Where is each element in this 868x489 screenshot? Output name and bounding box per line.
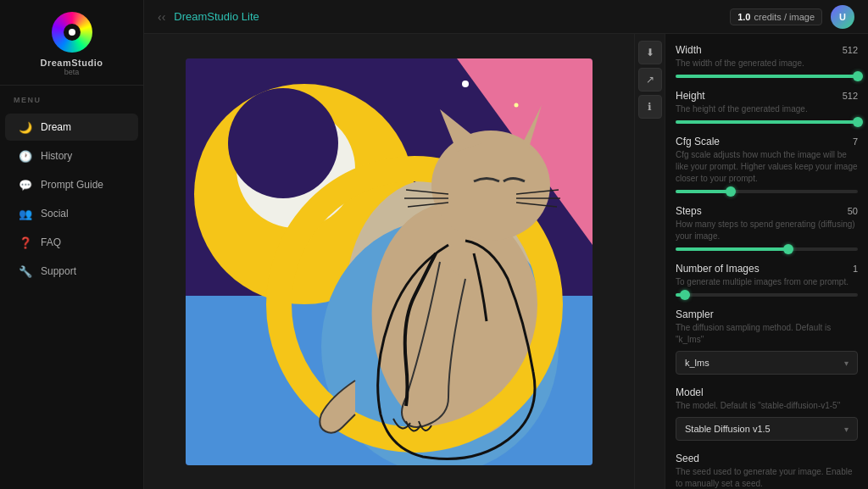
model-header: Model bbox=[676, 386, 858, 398]
steps-setting: Steps 50 How many steps to spend generat… bbox=[676, 205, 858, 251]
sampler-desc: The diffusion sampling method. Default i… bbox=[676, 322, 858, 346]
sidebar-nav: 🌙 Dream 🕐 History 💬 Prompt Guide 👥 Socia… bbox=[0, 109, 143, 289]
svg-point-5 bbox=[228, 88, 338, 198]
content: ⬇ ↗ ℹ Width 512 The width of the generat… bbox=[144, 34, 868, 489]
steps-desc: How many steps to spend generating (diff… bbox=[676, 219, 858, 242]
height-slider-fill bbox=[676, 120, 858, 124]
credits-badge: 1.0 credits / image bbox=[730, 8, 822, 25]
cfg-scale-slider-fill bbox=[676, 190, 731, 193]
side-tools: ⬇ ↗ ℹ bbox=[634, 34, 665, 489]
height-value: 512 bbox=[843, 91, 858, 101]
model-label: Model bbox=[676, 386, 704, 398]
svg-point-20 bbox=[515, 103, 519, 107]
sidebar-item-support[interactable]: 🔧 Support bbox=[5, 258, 138, 285]
width-desc: The width of the generated image. bbox=[676, 58, 858, 69]
seed-desc: The seed used to generate your image. En… bbox=[676, 466, 858, 489]
seed-label: Seed bbox=[676, 453, 699, 464]
num-images-desc: To generate multiple images from one pro… bbox=[676, 276, 858, 288]
model-desc: The model. Default is "stable-diffusion-… bbox=[676, 400, 858, 412]
svg-point-10 bbox=[431, 131, 550, 241]
sidebar-item-support-label: Support bbox=[41, 265, 76, 277]
sidebar-item-faq[interactable]: ❓ FAQ bbox=[5, 229, 138, 256]
steps-header: Steps 50 bbox=[676, 205, 858, 217]
support-icon: 🔧 bbox=[19, 264, 32, 278]
sampler-header: Sampler bbox=[676, 308, 858, 320]
logo-icon bbox=[52, 12, 92, 53]
width-label: Width bbox=[676, 44, 702, 56]
download-button[interactable]: ⬇ bbox=[638, 41, 662, 64]
num-images-slider[interactable] bbox=[676, 293, 858, 297]
height-label: Height bbox=[676, 90, 705, 102]
credits-label: credits / image bbox=[754, 12, 815, 22]
width-slider-thumb[interactable] bbox=[853, 71, 863, 81]
logo-eye bbox=[64, 24, 81, 41]
cfg-scale-value: 7 bbox=[853, 136, 858, 147]
height-slider-thumb[interactable] bbox=[853, 117, 863, 127]
width-slider[interactable] bbox=[676, 75, 858, 78]
sidebar-item-prompt-guide[interactable]: 💬 Prompt Guide bbox=[5, 171, 138, 198]
app-title: DreamStudio Lite bbox=[174, 10, 259, 23]
model-chevron-icon: ▾ bbox=[844, 425, 849, 434]
image-panel bbox=[144, 34, 634, 489]
cfg-scale-slider[interactable] bbox=[676, 190, 858, 193]
avatar[interactable]: U bbox=[831, 5, 854, 29]
share-button[interactable]: ↗ bbox=[638, 68, 662, 92]
steps-value: 50 bbox=[848, 206, 858, 216]
num-images-setting: Number of Images 1 To generate multiple … bbox=[676, 263, 858, 297]
steps-label: Steps bbox=[676, 205, 702, 217]
info-button[interactable]: ℹ bbox=[638, 95, 662, 119]
seed-setting: Seed The seed used to generate your imag… bbox=[676, 453, 858, 489]
cfg-scale-label: Cfg Scale bbox=[676, 136, 720, 147]
num-images-slider-thumb[interactable] bbox=[680, 290, 690, 300]
collapse-icon[interactable]: ‹‹ bbox=[158, 10, 165, 24]
topbar-left: ‹‹ DreamStudio Lite bbox=[158, 10, 259, 24]
logo-sub: beta bbox=[64, 68, 80, 76]
main-area: ‹‹ DreamStudio Lite 1.0 credits / image … bbox=[144, 0, 868, 489]
sidebar-item-faq-label: FAQ bbox=[41, 236, 61, 248]
logo-area: DreamStudio beta bbox=[0, 0, 143, 86]
logo-text: DreamStudio bbox=[41, 58, 103, 68]
num-images-label: Number of Images bbox=[676, 263, 760, 275]
width-setting: Width 512 The width of the generated ima… bbox=[676, 44, 858, 78]
settings-panel: Width 512 The width of the generated ima… bbox=[665, 34, 868, 489]
sidebar-item-social-label: Social bbox=[41, 208, 69, 219]
generated-image bbox=[186, 58, 593, 465]
cfg-scale-desc: Cfg scale adjusts how much the image wil… bbox=[676, 149, 858, 185]
height-slider[interactable] bbox=[676, 120, 858, 124]
height-desc: The height of the generated image. bbox=[676, 103, 858, 115]
model-setting: Model The model. Default is "stable-diff… bbox=[676, 386, 858, 441]
svg-point-19 bbox=[462, 81, 469, 87]
width-slider-fill bbox=[676, 75, 858, 78]
width-header: Width 512 bbox=[676, 44, 858, 56]
sampler-select-value: k_lms bbox=[685, 358, 709, 368]
seed-header: Seed bbox=[676, 453, 858, 464]
sidebar: DreamStudio beta MENU 🌙 Dream 🕐 History … bbox=[0, 0, 144, 489]
width-value: 512 bbox=[843, 45, 858, 55]
steps-slider[interactable] bbox=[676, 247, 858, 251]
height-setting: Height 512 The height of the generated i… bbox=[676, 90, 858, 124]
history-icon: 🕐 bbox=[19, 149, 32, 163]
faq-icon: ❓ bbox=[19, 236, 32, 249]
model-select-value: Stable Diffusion v1.5 bbox=[685, 424, 771, 434]
social-icon: 👥 bbox=[19, 207, 32, 220]
sampler-label: Sampler bbox=[676, 308, 714, 320]
sidebar-item-dream-label: Dream bbox=[41, 121, 71, 133]
height-header: Height 512 bbox=[676, 90, 858, 102]
sidebar-item-prompt-guide-label: Prompt Guide bbox=[41, 179, 103, 191]
credits-value: 1.0 bbox=[737, 12, 750, 22]
cfg-scale-header: Cfg Scale 7 bbox=[676, 136, 858, 147]
cfg-scale-slider-thumb[interactable] bbox=[726, 186, 736, 197]
prompt-guide-icon: 💬 bbox=[19, 178, 32, 192]
dream-icon: 🌙 bbox=[19, 120, 32, 134]
topbar-right: 1.0 credits / image U bbox=[730, 5, 854, 29]
sampler-select[interactable]: k_lms ▾ bbox=[676, 351, 858, 375]
sampler-chevron-icon: ▾ bbox=[844, 358, 849, 368]
sidebar-item-history[interactable]: 🕐 History bbox=[5, 142, 138, 169]
sidebar-item-history-label: History bbox=[41, 150, 72, 162]
image-canvas bbox=[186, 58, 593, 465]
model-select[interactable]: Stable Diffusion v1.5 ▾ bbox=[676, 417, 858, 441]
steps-slider-thumb[interactable] bbox=[783, 244, 793, 254]
sidebar-item-social[interactable]: 👥 Social bbox=[5, 200, 138, 227]
sidebar-item-dream[interactable]: 🌙 Dream bbox=[5, 114, 138, 141]
steps-slider-fill bbox=[676, 247, 788, 251]
